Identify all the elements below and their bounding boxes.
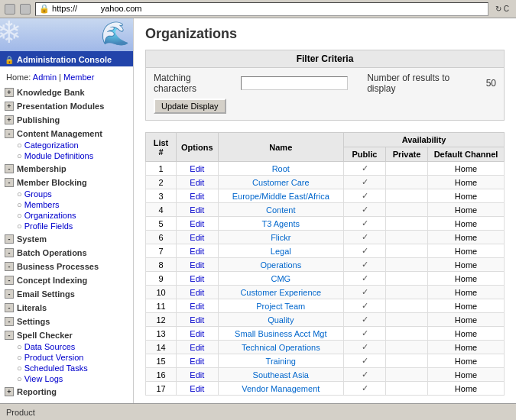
sidebar-item-organizations[interactable]: ○ Organizations [0, 210, 133, 221]
section-membership-header[interactable]: - Membership [0, 163, 133, 175]
edit-link[interactable]: Edit [190, 329, 204, 338]
check-public: ✓ [362, 301, 368, 310]
section-literals: - Literals [0, 302, 133, 314]
expand-icon: + [5, 115, 14, 124]
cell-list-num: 17 [146, 382, 177, 396]
edit-link[interactable]: Edit [190, 260, 204, 270]
org-name-link[interactable]: Technical Operations [242, 343, 320, 352]
cell-channel: Home [428, 341, 505, 354]
cell-channel: Home [428, 203, 505, 217]
org-name-link[interactable]: Project Team [256, 302, 305, 311]
expand-icon: - [5, 234, 14, 244]
edit-link[interactable]: Edit [190, 315, 204, 325]
org-name-link[interactable]: Small Business Acct Mgt [235, 329, 326, 338]
cell-options: Edit [177, 231, 219, 244]
section-content-mgmt-header[interactable]: - Content Management [0, 128, 133, 140]
org-name-link[interactable]: Operations [260, 260, 301, 270]
cell-options: Edit [177, 217, 219, 231]
edit-link[interactable]: Edit [190, 192, 204, 201]
org-name-link[interactable]: Customer Experience [240, 288, 321, 297]
section-spell-checker: - Spell Checker ○ Data Sources ○ Product… [0, 329, 133, 384]
org-name-link[interactable]: Content [266, 205, 296, 215]
admin-link[interactable]: Admin [33, 73, 57, 82]
col-header-options: Options [177, 133, 219, 162]
sidebar-item-product-version[interactable]: ○ Product Version [0, 352, 133, 363]
org-name-link[interactable]: Southeast Asia [253, 370, 309, 380]
org-name-link[interactable]: CMG [271, 274, 290, 283]
section-email-header[interactable]: - Email Settings [0, 288, 133, 300]
cell-private [386, 313, 428, 327]
cell-list-num: 11 [146, 299, 177, 313]
table-row: 4 Edit Content ✓ Home [146, 203, 505, 217]
sidebar-content: Home: Admin | Member + Knowledge Bank + … [0, 66, 133, 402]
section-publishing-header[interactable]: + Publishing [0, 114, 133, 126]
cell-name: T3 Agents [218, 217, 343, 231]
back-button[interactable] [5, 4, 15, 15]
forward-button[interactable] [20, 4, 31, 15]
bottom-bar: Product [0, 403, 516, 420]
cell-channel: Home [428, 272, 505, 286]
section-business-header[interactable]: - Business Processes [0, 260, 133, 273]
edit-link[interactable]: Edit [190, 164, 204, 173]
edit-link[interactable]: Edit [190, 302, 204, 311]
section-knowledge-bank-header[interactable]: + Knowledge Bank [0, 86, 133, 99]
org-name-link[interactable]: Flickr [271, 233, 290, 242]
edit-link[interactable]: Edit [190, 370, 204, 380]
sidebar-item-scheduled-tasks[interactable]: ○ Scheduled Tasks [0, 363, 133, 373]
section-spell-checker-header[interactable]: - Spell Checker [0, 329, 133, 341]
org-name-link[interactable]: Customer Care [252, 178, 310, 187]
cell-name: Content [218, 203, 343, 217]
org-name-link[interactable]: Quality [268, 315, 294, 325]
cell-name: Legal [218, 244, 343, 258]
section-literals-header[interactable]: - Literals [0, 302, 133, 314]
sidebar-item-view-logs[interactable]: ○ View Logs [0, 373, 133, 384]
section-presentation-header[interactable]: + Presentation Modules [0, 100, 133, 112]
sidebar-item-members[interactable]: ○ Members [0, 199, 133, 210]
cell-name: Project Team [218, 299, 343, 313]
sidebar-item-groups[interactable]: ○ Groups [0, 189, 133, 199]
sidebar-item-module-definitions[interactable]: ○ Module Definitions [0, 150, 133, 161]
sidebar-title-bar: Administration Console [0, 53, 133, 66]
section-settings-header[interactable]: - Settings [0, 315, 133, 328]
edit-link[interactable]: Edit [190, 288, 204, 297]
table-row: 13 Edit Small Business Acct Mgt ✓ Home [146, 327, 505, 341]
filter-box: Filter Criteria Matching characters Numb… [145, 50, 505, 121]
cell-private [386, 368, 428, 382]
org-name-link[interactable]: T3 Agents [262, 219, 300, 228]
edit-link[interactable]: Edit [190, 219, 204, 228]
edit-link[interactable]: Edit [190, 343, 204, 352]
member-link[interactable]: Member [63, 73, 94, 82]
edit-link[interactable]: Edit [190, 233, 204, 242]
cell-list-num: 6 [146, 231, 177, 244]
sidebar-item-categorization[interactable]: ○ Categorization [0, 140, 133, 150]
section-system-header[interactable]: - System [0, 233, 133, 245]
expand-icon: - [5, 276, 14, 285]
sidebar-item-profile-fields[interactable]: ○ Profile Fields [0, 221, 133, 231]
section-batch-header[interactable]: - Batch Operations [0, 247, 133, 259]
address-bar[interactable]: 🔒 https:// yahoo.com [35, 2, 488, 16]
edit-link[interactable]: Edit [190, 384, 204, 393]
refresh-button[interactable]: ↻ C [493, 4, 511, 14]
section-member-blocking-header[interactable]: - Member Blocking [0, 176, 133, 189]
section-concept-header[interactable]: - Concept Indexing [0, 274, 133, 286]
edit-link[interactable]: Edit [190, 357, 204, 366]
edit-link[interactable]: Edit [190, 205, 204, 215]
org-name-link[interactable]: Legal [271, 247, 291, 256]
section-reporting-header[interactable]: + Reporting [0, 386, 133, 398]
section-publishing: + Publishing [0, 114, 133, 126]
cell-private [386, 244, 428, 258]
edit-link[interactable]: Edit [190, 247, 204, 256]
update-display-button[interactable]: Update Display [154, 99, 226, 114]
cell-list-num: 2 [146, 176, 177, 189]
sidebar-item-data-sources[interactable]: ○ Data Sources [0, 341, 133, 352]
org-name-link[interactable]: Vendor Management [242, 384, 320, 393]
org-name-link[interactable]: Training [266, 357, 296, 366]
url-icon: 🔒 [39, 4, 50, 13]
matching-input[interactable] [241, 76, 348, 90]
cell-public: ✓ [344, 354, 386, 368]
edit-link[interactable]: Edit [190, 274, 204, 283]
edit-link[interactable]: Edit [190, 178, 204, 187]
org-name-link[interactable]: Europe/Middle East/Africa [232, 192, 329, 201]
org-name-link[interactable]: Root [272, 164, 290, 173]
table-row: 15 Edit Training ✓ Home [146, 354, 505, 368]
